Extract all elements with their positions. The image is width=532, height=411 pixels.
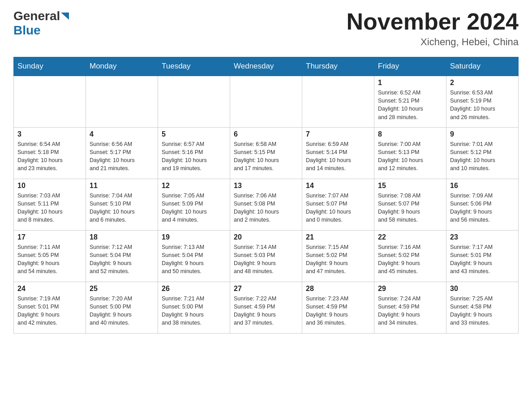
calendar-cell: 19Sunrise: 7:13 AM Sunset: 5:04 PM Dayli…: [158, 230, 230, 282]
day-number: 3: [17, 130, 82, 138]
day-info: Sunrise: 7:13 AM Sunset: 5:04 PM Dayligh…: [162, 243, 226, 276]
day-number: 22: [378, 233, 442, 241]
calendar-cell: 22Sunrise: 7:16 AM Sunset: 5:02 PM Dayli…: [374, 230, 446, 282]
day-info: Sunrise: 6:57 AM Sunset: 5:16 PM Dayligh…: [162, 140, 226, 173]
calendar-cell: 21Sunrise: 7:15 AM Sunset: 5:02 PM Dayli…: [302, 230, 374, 282]
calendar-cell: [230, 76, 302, 127]
weekday-header-tuesday: Tuesday: [158, 57, 230, 76]
calendar-week-5: 24Sunrise: 7:19 AM Sunset: 5:01 PM Dayli…: [14, 282, 519, 333]
calendar-cell: 1Sunrise: 6:52 AM Sunset: 5:21 PM Daylig…: [374, 76, 446, 127]
calendar-cell: 28Sunrise: 7:23 AM Sunset: 4:59 PM Dayli…: [302, 282, 374, 333]
calendar-cell: 10Sunrise: 7:03 AM Sunset: 5:11 PM Dayli…: [14, 179, 86, 230]
day-number: 2: [450, 79, 515, 87]
day-info: Sunrise: 7:23 AM Sunset: 4:59 PM Dayligh…: [306, 295, 370, 327]
day-number: 29: [378, 285, 442, 293]
day-info: Sunrise: 7:09 AM Sunset: 5:06 PM Dayligh…: [450, 192, 515, 224]
day-info: Sunrise: 6:54 AM Sunset: 5:18 PM Dayligh…: [17, 140, 82, 173]
day-info: Sunrise: 6:52 AM Sunset: 5:21 PM Dayligh…: [378, 89, 442, 121]
day-number: 21: [306, 233, 370, 241]
calendar-cell: 13Sunrise: 7:06 AM Sunset: 5:08 PM Dayli…: [230, 179, 302, 230]
calendar-cell: 29Sunrise: 7:24 AM Sunset: 4:59 PM Dayli…: [374, 282, 446, 333]
day-info: Sunrise: 7:08 AM Sunset: 5:07 PM Dayligh…: [378, 192, 442, 224]
day-info: Sunrise: 7:19 AM Sunset: 5:01 PM Dayligh…: [17, 295, 82, 327]
calendar-cell: 27Sunrise: 7:22 AM Sunset: 4:59 PM Dayli…: [230, 282, 302, 333]
calendar-week-4: 17Sunrise: 7:11 AM Sunset: 5:05 PM Dayli…: [14, 230, 519, 282]
calendar-week-2: 3Sunrise: 6:54 AM Sunset: 5:18 PM Daylig…: [14, 127, 519, 179]
day-info: Sunrise: 7:21 AM Sunset: 5:00 PM Dayligh…: [162, 295, 226, 327]
calendar-cell: 18Sunrise: 7:12 AM Sunset: 5:04 PM Dayli…: [86, 230, 158, 282]
logo-triangle-icon: [61, 12, 71, 21]
calendar-cell: 14Sunrise: 7:07 AM Sunset: 5:07 PM Dayli…: [302, 179, 374, 230]
day-number: 8: [378, 130, 442, 138]
calendar-cell: [14, 76, 86, 127]
weekday-header-monday: Monday: [86, 57, 158, 76]
weekday-header-row: SundayMondayTuesdayWednesdayThursdayFrid…: [14, 57, 519, 76]
day-number: 20: [234, 233, 298, 241]
day-info: Sunrise: 7:25 AM Sunset: 4:58 PM Dayligh…: [450, 295, 515, 327]
calendar-cell: 24Sunrise: 7:19 AM Sunset: 5:01 PM Dayli…: [14, 282, 86, 333]
day-info: Sunrise: 7:05 AM Sunset: 5:09 PM Dayligh…: [162, 192, 226, 224]
day-number: 9: [450, 130, 515, 138]
calendar-table: SundayMondayTuesdayWednesdayThursdayFrid…: [13, 57, 519, 334]
day-number: 15: [378, 182, 442, 190]
calendar-cell: 12Sunrise: 7:05 AM Sunset: 5:09 PM Dayli…: [158, 179, 230, 230]
calendar-header: SundayMondayTuesdayWednesdayThursdayFrid…: [14, 57, 519, 76]
day-number: 24: [17, 285, 82, 293]
day-number: 27: [234, 285, 298, 293]
calendar-cell: 23Sunrise: 7:17 AM Sunset: 5:01 PM Dayli…: [446, 230, 519, 282]
logo-row2: Blue: [13, 23, 71, 38]
day-info: Sunrise: 7:03 AM Sunset: 5:11 PM Dayligh…: [17, 192, 82, 224]
calendar-cell: 11Sunrise: 7:04 AM Sunset: 5:10 PM Dayli…: [86, 179, 158, 230]
day-number: 23: [450, 233, 515, 241]
calendar-cell: [158, 76, 230, 127]
day-number: 14: [306, 182, 370, 190]
day-info: Sunrise: 7:00 AM Sunset: 5:13 PM Dayligh…: [378, 140, 442, 173]
calendar-cell: 20Sunrise: 7:14 AM Sunset: 5:03 PM Dayli…: [230, 230, 302, 282]
day-number: 1: [378, 79, 442, 87]
logo: General Blue: [13, 9, 71, 38]
day-number: 7: [306, 130, 370, 138]
weekday-header-saturday: Saturday: [446, 57, 519, 76]
day-info: Sunrise: 6:58 AM Sunset: 5:15 PM Dayligh…: [234, 140, 298, 173]
day-number: 19: [162, 233, 226, 241]
day-number: 12: [162, 182, 226, 190]
calendar-cell: 4Sunrise: 6:56 AM Sunset: 5:17 PM Daylig…: [86, 127, 158, 179]
day-info: Sunrise: 6:56 AM Sunset: 5:17 PM Dayligh…: [90, 140, 154, 173]
calendar-cell: 15Sunrise: 7:08 AM Sunset: 5:07 PM Dayli…: [374, 179, 446, 230]
calendar-week-3: 10Sunrise: 7:03 AM Sunset: 5:11 PM Dayli…: [14, 179, 519, 230]
day-number: 30: [450, 285, 515, 293]
day-info: Sunrise: 7:17 AM Sunset: 5:01 PM Dayligh…: [450, 243, 515, 276]
day-info: Sunrise: 6:59 AM Sunset: 5:14 PM Dayligh…: [306, 140, 370, 173]
day-info: Sunrise: 7:20 AM Sunset: 5:00 PM Dayligh…: [90, 295, 154, 327]
day-number: 6: [234, 130, 298, 138]
day-number: 11: [90, 182, 154, 190]
day-number: 18: [90, 233, 154, 241]
logo-blue-text: Blue: [13, 23, 41, 38]
day-info: Sunrise: 7:04 AM Sunset: 5:10 PM Dayligh…: [90, 192, 154, 224]
day-info: Sunrise: 7:06 AM Sunset: 5:08 PM Dayligh…: [234, 192, 298, 224]
svg-marker-0: [61, 13, 69, 20]
day-info: Sunrise: 7:14 AM Sunset: 5:03 PM Dayligh…: [234, 243, 298, 276]
day-number: 5: [162, 130, 226, 138]
calendar-cell: 6Sunrise: 6:58 AM Sunset: 5:15 PM Daylig…: [230, 127, 302, 179]
calendar-cell: 26Sunrise: 7:21 AM Sunset: 5:00 PM Dayli…: [158, 282, 230, 333]
weekday-header-wednesday: Wednesday: [230, 57, 302, 76]
day-number: 4: [90, 130, 154, 138]
calendar-cell: 7Sunrise: 6:59 AM Sunset: 5:14 PM Daylig…: [302, 127, 374, 179]
location-text: Xicheng, Hebei, China: [347, 36, 519, 48]
day-number: 17: [17, 233, 82, 241]
day-number: 28: [306, 285, 370, 293]
day-number: 25: [90, 285, 154, 293]
day-number: 13: [234, 182, 298, 190]
calendar-cell: 25Sunrise: 7:20 AM Sunset: 5:00 PM Dayli…: [86, 282, 158, 333]
logo-row1: General: [13, 9, 71, 23]
calendar-cell: 30Sunrise: 7:25 AM Sunset: 4:58 PM Dayli…: [446, 282, 519, 333]
day-info: Sunrise: 7:16 AM Sunset: 5:02 PM Dayligh…: [378, 243, 442, 276]
page-header: General Blue November 2024 Xicheng, Hebe…: [13, 9, 519, 48]
calendar-body: 1Sunrise: 6:52 AM Sunset: 5:21 PM Daylig…: [14, 76, 519, 333]
day-info: Sunrise: 7:01 AM Sunset: 5:12 PM Dayligh…: [450, 140, 515, 173]
day-info: Sunrise: 7:11 AM Sunset: 5:05 PM Dayligh…: [17, 243, 82, 276]
title-block: November 2024 Xicheng, Hebei, China: [347, 9, 519, 48]
month-title: November 2024: [347, 9, 519, 34]
weekday-header-thursday: Thursday: [302, 57, 374, 76]
